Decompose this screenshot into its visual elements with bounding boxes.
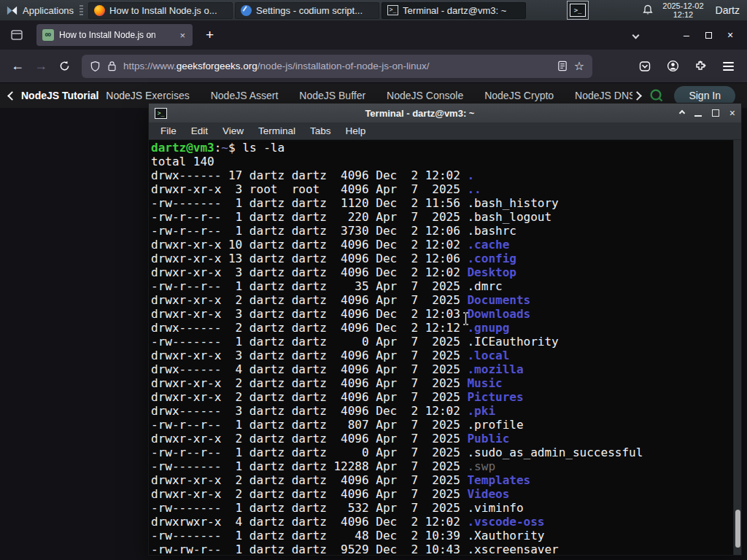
browser-tab[interactable]: ∞ How to Install Node.js on × [36,24,193,46]
chevron-left-icon[interactable] [7,91,17,101]
nav-link[interactable]: NodeJS Console [387,90,463,101]
terminal-line: drwxr-xr-x 3 dartz dartz 4096 Apr 7 2025… [151,349,731,362]
terminal-menu-terminal[interactable]: Terminal [251,125,303,136]
window-close-button[interactable]: × [719,26,741,44]
account-icon [667,60,679,72]
terminal-line: -rw-rw-r-- 1 dartz dartz 9529 Dec 2 10:4… [151,542,731,555]
clock-date: 2025-12-02 [662,1,703,11]
tracking-shield-icon[interactable] [90,61,101,72]
nav-link[interactable]: NodeJS Assert [211,90,279,101]
terminal-line: -rw-r--r-- 1 dartz dartz 35 Apr 7 2025 .… [151,279,731,293]
terminal-line: drwxr-xr-x 2 dartz dartz 4096 Apr 7 2025… [151,487,731,501]
terminal-maximize-button[interactable] [712,109,719,117]
terminal-body[interactable]: dartz@vm3:~$ ls -latotal 140drwx------ 1… [149,140,741,555]
nav-link[interactable]: NodeJS DNS [575,90,632,101]
desktop-panel: Applications How to Install Node.js o...… [0,0,747,20]
url-bar[interactable]: https://www.geeksforgeeks.org/node-js/in… [82,55,592,78]
firefox-icon [94,5,105,16]
reload-button[interactable] [53,55,76,78]
terminal-line: drwxr-xr-x 3 dartz dartz 4096 Dec 2 12:0… [151,307,731,321]
pocket-button[interactable] [635,55,655,78]
terminal-line: dartz@vm3:~$ ls -la [151,141,731,155]
panel-clock[interactable]: 2025-12-02 12:12 [662,1,703,20]
bookmark-star-button[interactable]: ☆ [574,59,584,73]
extensions-button[interactable] [690,55,711,78]
tab-close-button[interactable]: × [178,29,187,42]
terminal-menu-view[interactable]: View [215,125,251,136]
terminal-icon: >_ [387,5,398,15]
chevron-right-icon[interactable] [633,91,643,101]
nav-link[interactable]: NodeJS Crypto [484,90,554,101]
shade-button[interactable] [679,110,685,116]
search-icon[interactable] [649,88,664,103]
terminal-line: -rw-r--r-- 1 dartz dartz 220 Apr 7 2025 … [151,210,731,224]
forward-button[interactable]: → [29,55,53,78]
terminal-minimize-button[interactable] [694,115,702,117]
scrollbar-thumb[interactable] [735,510,740,548]
codium-icon [241,5,252,16]
taskbar-button[interactable]: How to Install Node.js o... [88,2,233,19]
terminal-line: -rw-r--r-- 1 dartz dartz 807 Apr 7 2025 … [151,418,731,432]
new-tab-button[interactable]: + [201,27,218,43]
taskbar-button-label: Settings - codium script... [256,5,363,16]
user-menu[interactable]: Dartz [716,4,740,16]
terminal-menubar: FileEditViewTerminalTabsHelp [149,122,741,140]
toolbar-right-icons [635,55,738,78]
app-menu-button[interactable] [718,55,738,78]
tab-title: How to Install Node.js on [59,30,173,40]
terminal-menu-help[interactable]: Help [338,125,374,136]
applications-menu-button[interactable]: Applications [0,0,80,20]
window-maximize-button[interactable] [697,26,719,44]
nav-link[interactable]: NodeJS Buffer [299,90,365,101]
terminal-window-controls: × [680,108,735,118]
subnav-links: NodeJS ExercisesNodeJS AssertNodeJS Buff… [106,90,632,101]
tab-bar: ∞ How to Install Node.js on × + – × [0,20,747,50]
terminal-scrollbar[interactable] [733,140,741,555]
desktop: Applications How to Install Node.js o...… [0,0,747,560]
taskbar-button[interactable]: Settings - codium script... [235,2,379,19]
terminal-line: drwxr-xr-x 2 dartz dartz 4096 Apr 7 2025… [151,293,731,307]
taskbar-button[interactable]: >_Terminal - dartz@vm3: ~ [382,2,526,19]
panel-grip-handle[interactable] [80,5,83,16]
browser-toolbar: ← → https://www.geeksforgeeks.org/node-j… [0,50,747,83]
terminal-line: drwx------ 17 dartz dartz 4096 Dec 2 12:… [151,168,731,182]
taskbar-button-label: How to Install Node.js o... [109,5,217,16]
terminal-menu-edit[interactable]: Edit [184,125,215,136]
terminal-line: drwxr-xr-x 2 dartz dartz 4096 Apr 7 2025… [151,390,731,404]
notification-bell-icon[interactable] [642,4,654,16]
terminal-line: drwxr-xr-x 2 dartz dartz 4096 Apr 7 2025… [151,432,731,446]
distro-logo-icon [6,4,18,17]
puzzle-icon [694,61,706,72]
terminal-line: drwxr-xr-x 10 dartz dartz 4096 Dec 2 12:… [151,238,731,252]
account-button[interactable] [662,55,683,78]
gfg-favicon: ∞ [42,29,54,41]
terminal-tray-icon[interactable]: >_ [567,1,589,20]
terminal-output: dartz@vm3:~$ ls -latotal 140drwx------ 1… [151,141,731,555]
back-button[interactable]: ← [6,55,29,78]
terminal-titlebar[interactable]: >_ Terminal - dartz@vm3: ~ × [149,104,741,122]
terminal-close-button[interactable]: × [729,108,735,118]
terminal-line: drwxrwxr-x 4 dartz dartz 4096 Dec 2 12:0… [151,515,731,529]
reader-mode-icon[interactable] [557,61,568,71]
clock-time: 12:12 [662,10,703,20]
terminal-menu-tabs[interactable]: Tabs [303,125,338,136]
url-text[interactable]: https://www.geeksforgeeks.org/node-js/in… [123,61,551,71]
mouse-ibeam-cursor [462,312,470,325]
terminal-line: drwxr-xr-x 3 root root 4096 Apr 7 2025 .… [151,182,731,196]
taskbar: How to Install Node.js o...Settings - co… [86,2,526,19]
window-minimize-button[interactable]: – [676,26,697,44]
nav-link[interactable]: NodeJS Exercises [106,90,189,101]
terminal-line: drwxr-xr-x 2 dartz dartz 4096 Apr 7 2025… [151,376,731,390]
lock-icon[interactable] [107,61,117,71]
list-all-tabs-button[interactable] [624,26,646,44]
nav-link-nodejs-tutorial[interactable]: NodeJS Tutorial [21,90,98,101]
firefox-view-button[interactable] [9,27,25,43]
terminal-line: drwxr-xr-x 3 dartz dartz 4096 Dec 2 12:0… [151,265,731,279]
terminal-menu-file[interactable]: File [153,125,184,136]
terminal-line: drwx------ 4 dartz dartz 4096 Apr 7 2025… [151,362,731,376]
url-domain: geeksforgeeks.org [177,61,258,71]
terminal-window: >_ Terminal - dartz@vm3: ~ × FileEditVie… [148,103,742,556]
terminal-line: -rw------- 1 dartz dartz 1120 Dec 2 11:5… [151,196,731,210]
terminal-line: -rw------- 1 dartz dartz 532 Apr 7 2025 … [151,501,731,515]
terminal-line: -rw------- 1 dartz dartz 0 Apr 7 2025 .I… [151,335,731,349]
